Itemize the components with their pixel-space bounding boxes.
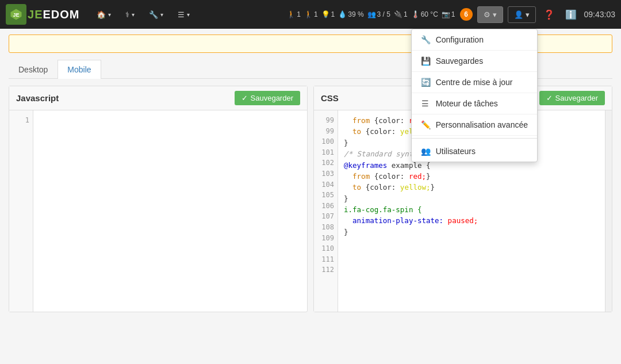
nav-menu: 🏠 ▾ ⚕ ▾ 🔧 ▾ ☰ ▾ — [91, 7, 287, 22]
menu-update-center-label: Centre de mise à jour — [436, 78, 513, 87]
gear-button[interactable]: ⚙ ▾ — [477, 6, 503, 23]
camera-count: 1 — [451, 10, 455, 18]
nav-tools[interactable]: 🔧 ▾ — [143, 7, 169, 22]
javascript-panel-header: Javascript ✓ Sauvegarder — [9, 86, 307, 110]
check-icon: ✓ — [241, 94, 248, 102]
line-number-111: 111 — [317, 254, 334, 265]
save-icon: 💾 — [421, 56, 430, 66]
notification-badge[interactable]: 6 — [460, 8, 473, 21]
menu-sauvegardes-label: Sauvegardes — [436, 56, 484, 66]
tab-mobile[interactable]: Mobile — [57, 60, 101, 79]
menu-task-engine-label: Moteur de tâches — [436, 99, 498, 108]
svg-text:JE: JE — [13, 12, 19, 18]
camera-icon: 📷 — [442, 10, 450, 18]
line-number-100: 100 — [317, 136, 334, 147]
settings-dropdown: 🔧 Configuration 💾 Sauvegardes 🔄 Centre d… — [411, 29, 538, 162]
logo-icon: JE — [6, 4, 26, 25]
nav-health-caret: ▾ — [132, 12, 135, 18]
javascript-panel: Javascript ✓ Sauvegarder 1 — [9, 86, 308, 312]
logo[interactable]: JE JEEDOM — [6, 4, 79, 25]
scrollbar[interactable] — [605, 110, 612, 312]
javascript-panel-title: Javascript — [16, 93, 59, 103]
code-line: i.fa-cog.fa-spin { — [344, 204, 599, 215]
user-caret: ▾ — [526, 10, 530, 19]
status-people: 👥 3 / 5 — [367, 10, 390, 18]
time-display: 09:43:03 — [584, 10, 616, 19]
line-number-103: 103 — [317, 168, 334, 179]
status-person1: 🚶 1 — [287, 10, 301, 18]
navbar: JE JEEDOM 🏠 ▾ ⚕ ▾ 🔧 ▾ ☰ ▾ 🚶 1 🚶 — [0, 0, 621, 29]
person1-count: 1 — [297, 10, 301, 18]
light-icon: 💡 — [321, 10, 330, 18]
css-line-numbers: 9999100101102103104105106107108109110111… — [314, 110, 338, 312]
status-light: 💡 1 — [321, 10, 335, 18]
person2-icon: 🚶 — [304, 10, 313, 18]
menu-sauvegardes[interactable]: 💾 Sauvegardes — [412, 51, 537, 72]
humidity-icon: 💧 — [338, 10, 347, 18]
menu-advanced-personalization-label: Personnalisation avancée — [436, 120, 528, 129]
gear-caret: ▾ — [493, 10, 497, 19]
line-number-109: 109 — [317, 233, 334, 244]
status-camera: 📷 1 — [442, 10, 455, 18]
status-plug: 🔌 1 — [394, 10, 408, 18]
user-button[interactable]: 👤 ▾ — [508, 6, 536, 23]
javascript-code-content[interactable] — [33, 110, 307, 312]
question-button[interactable]: ❓ — [540, 6, 558, 23]
menu-users-label: Utilisateurs — [436, 147, 476, 156]
plug-icon: 🔌 — [394, 10, 402, 18]
people-count: 3 / 5 — [377, 10, 390, 18]
javascript-save-label: Sauvegarder — [251, 94, 293, 102]
menu-task-engine[interactable]: ☰ Moteur de tâches — [412, 93, 537, 114]
javascript-line-numbers: 1 — [9, 110, 33, 312]
humidity-value: 39 % — [348, 10, 363, 18]
nav-tools-caret: ▾ — [160, 12, 163, 18]
status-items: 🚶 1 🚶 1 💡 1 💧 39 % 👥 3 / 5 🔌 1 — [287, 10, 455, 18]
line-number-106: 106 — [317, 201, 334, 212]
code-line: } — [344, 193, 599, 204]
dropdown-divider — [412, 138, 537, 139]
nav-menu-caret: ▾ — [187, 12, 190, 18]
info-button[interactable]: ℹ️ — [562, 6, 580, 23]
task-icon: ☰ — [421, 99, 430, 108]
refresh-icon: 🔄 — [421, 78, 430, 87]
menu-update-center[interactable]: 🔄 Centre de mise à jour — [412, 72, 537, 93]
nav-health[interactable]: ⚕ ▾ — [120, 7, 140, 22]
tab-desktop[interactable]: Desktop — [9, 60, 57, 79]
javascript-save-button[interactable]: ✓ Sauvegarder — [235, 91, 300, 105]
edit-icon: ✏️ — [421, 120, 430, 129]
line-number-101: 101 — [317, 147, 334, 158]
nav-home-caret: ▾ — [108, 12, 111, 18]
line-number-104: 104 — [317, 179, 334, 190]
line-number-108: 108 — [317, 222, 334, 233]
css-panel-title: CSS — [321, 93, 339, 103]
users-icon: 👥 — [421, 147, 430, 156]
nav-home[interactable]: 🏠 ▾ — [91, 7, 117, 22]
code-line: animation-play-state: paused; — [344, 215, 599, 226]
menu-users[interactable]: 👥 Utilisateurs — [412, 141, 537, 162]
check-icon2: ✓ — [546, 94, 553, 102]
person2-count: 1 — [314, 10, 318, 18]
menu-configuration-label: Configuration — [436, 35, 484, 44]
status-temp: 🌡️ 60 °C — [411, 10, 438, 18]
javascript-editor[interactable]: 1 — [9, 110, 307, 312]
gear-icon: ⚙ — [484, 10, 490, 19]
line-number-105: 105 — [317, 190, 334, 201]
people-icon: 👥 — [367, 10, 376, 18]
code-line: } — [344, 227, 599, 237]
menu-configuration[interactable]: 🔧 Configuration — [412, 29, 537, 51]
line-number-99: 99 — [317, 115, 334, 126]
light-count: 1 — [331, 10, 335, 18]
user-icon: 👤 — [514, 10, 523, 19]
plug-count: 1 — [404, 10, 408, 18]
status-humidity: 💧 39 % — [338, 10, 363, 18]
line-number-1: 1 — [13, 115, 29, 126]
navbar-right: 🚶 1 🚶 1 💡 1 💧 39 % 👥 3 / 5 🔌 1 — [287, 6, 615, 23]
css-save-label: Sauvegarder — [555, 94, 598, 102]
line-number-112: 112 — [317, 265, 334, 275]
line-number-102: 102 — [317, 158, 334, 168]
css-save-button[interactable]: ✓ Sauvegarder — [539, 91, 605, 105]
nav-menu-icon[interactable]: ☰ ▾ — [172, 7, 195, 22]
menu-advanced-personalization[interactable]: ✏️ Personnalisation avancée — [412, 114, 537, 136]
code-line: to {color: yellow;} — [344, 182, 599, 193]
line-number-99: 99 — [317, 126, 334, 137]
